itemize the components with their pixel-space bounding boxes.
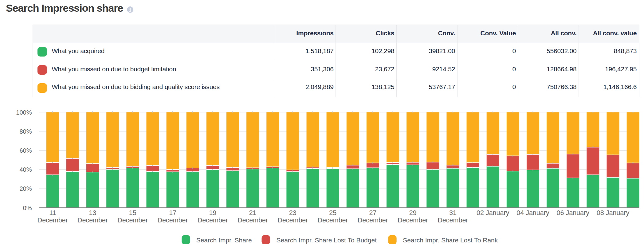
svg-text:11: 11 [49, 209, 56, 217]
svg-text:80%: 80% [19, 128, 32, 135]
svg-text:Search Impr. Share: Search Impr. Share [196, 237, 252, 244]
svg-text:08 January: 08 January [597, 209, 630, 217]
svg-text:Search Impr. Share Lost To Ran: Search Impr. Share Lost To Rank [403, 237, 498, 244]
svg-text:21: 21 [249, 209, 257, 217]
svg-text:December: December [198, 217, 228, 224]
svg-text:December: December [438, 217, 468, 224]
svg-text:02 January: 02 January [477, 209, 509, 217]
svg-text:December: December [238, 217, 268, 224]
svg-text:19: 19 [209, 209, 216, 217]
svg-text:29: 29 [409, 209, 417, 217]
svg-text:04 January: 04 January [516, 209, 549, 217]
svg-text:December: December [157, 217, 188, 224]
svg-text:17: 17 [169, 209, 176, 217]
svg-text:0%: 0% [23, 205, 32, 211]
svg-text:December: December [37, 217, 68, 224]
svg-text:December: December [277, 217, 308, 224]
svg-text:December: December [77, 217, 108, 224]
svg-text:100%: 100% [16, 109, 32, 116]
svg-text:25: 25 [329, 209, 336, 217]
svg-text:31: 31 [449, 209, 457, 217]
svg-text:15: 15 [129, 209, 136, 217]
svg-text:60%: 60% [19, 147, 32, 154]
svg-text:20%: 20% [19, 185, 32, 192]
svg-text:13: 13 [89, 209, 96, 217]
svg-text:Search Impr. Share Lost To Bud: Search Impr. Share Lost To Budget [277, 237, 377, 244]
svg-text:December: December [358, 217, 388, 224]
svg-text:December: December [117, 217, 148, 224]
svg-text:06 January: 06 January [557, 209, 590, 217]
svg-text:27: 27 [369, 209, 376, 217]
svg-text:December: December [398, 217, 428, 224]
svg-text:40%: 40% [19, 166, 32, 173]
svg-text:23: 23 [289, 209, 296, 217]
svg-text:December: December [318, 217, 348, 224]
